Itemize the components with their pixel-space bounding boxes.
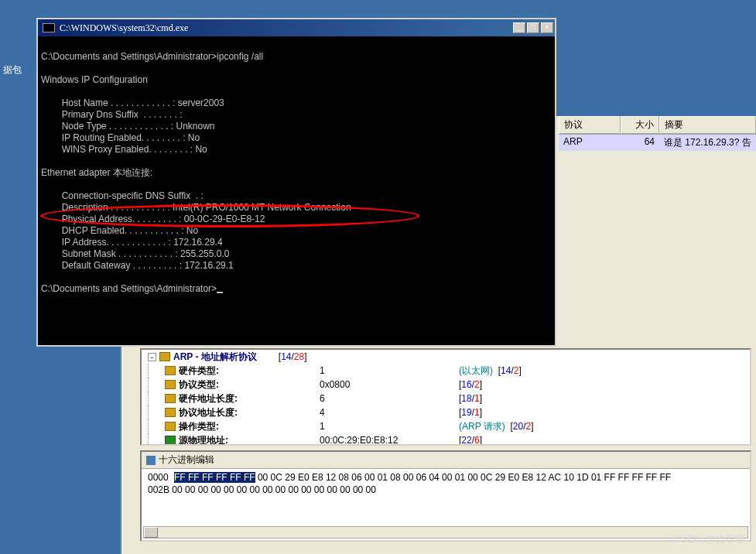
maximize-button[interactable]: □ [527,22,539,33]
minimize-button[interactable]: _ [513,22,525,33]
tree-op-type[interactable]: 操作类型: 1 (ARP 请求) [20/2] [142,419,750,433]
col-info[interactable]: 摘要 [659,116,756,134]
packet-row[interactable]: ARP 64 谁是 172.16.29.3? 告 [559,135,756,151]
tree-hw-len[interactable]: 硬件地址长度: 6 [18/1] [142,392,750,405]
hex-selection: FF FF FF FF FF FF [174,472,255,483]
cmd-cursor [217,292,223,293]
packet-len: 64 [621,135,659,151]
tree-arp-header[interactable]: - ARP - 地址解析协议 [14/28] [142,350,750,364]
packet-proto: ARP [559,135,621,151]
field-icon [165,394,176,403]
tree-src-hw[interactable]: 源物理地址: 00:0C:29:E0:E8:12 [22/6] [142,433,750,446]
cmd-output[interactable]: C:\Documents and Settings\Administrator>… [38,36,555,345]
tree-hw-type[interactable]: 硬件类型: 1 (以太网) [14/2] [142,364,750,378]
protocol-tree: - ARP - 地址解析协议 [14/28] 硬件类型: 1 (以太网) [14… [140,348,751,446]
col-protocol[interactable]: 协议 [559,116,621,134]
field-icon [165,408,176,417]
hex-editor: 十六进制编辑 0000 FF FF FF FF FF FF 00 0C 29 E… [140,450,751,542]
tree-collapse-icon[interactable]: - [148,353,156,361]
watermark: CSDN @竹等寒 [673,532,745,546]
packet-info: 谁是 172.16.29.3? 告 [659,135,756,151]
col-length[interactable]: 大小 [621,116,659,134]
cmd-title: C:\WINDOWS\system32\cmd.exe [58,22,513,34]
hex-content[interactable]: 0000 FF FF FF FF FF FF 00 0C 29 E0 E8 12… [142,469,750,500]
cmd-window: C:\WINDOWS\system32\cmd.exe _ □ × C:\Doc… [36,18,556,347]
cmd-icon [43,23,55,32]
tree-proto-len[interactable]: 协议地址长度: 4 [19/1] [142,405,750,419]
hex-tab[interactable]: 十六进制编辑 [142,452,750,469]
arp-label: ARP - 地址解析协议 [173,351,257,364]
field-icon [165,380,176,389]
hex-scrollbar[interactable] [143,526,748,539]
close-button[interactable]: × [541,22,553,33]
protocol-icon [159,352,170,361]
tree-proto-type[interactable]: 协议类型: 0x0800 [16/2] [142,378,750,392]
desktop-icon-label[interactable]: 据包 [3,63,22,77]
field-icon [165,366,176,375]
field-icon [165,422,176,431]
scroll-thumb[interactable] [144,527,158,538]
hex-icon [146,456,156,465]
cmd-titlebar[interactable]: C:\WINDOWS\system32\cmd.exe _ □ × [38,19,555,36]
packet-table-header: 协议 大小 摘要 [559,116,756,135]
field-icon [165,436,176,445]
